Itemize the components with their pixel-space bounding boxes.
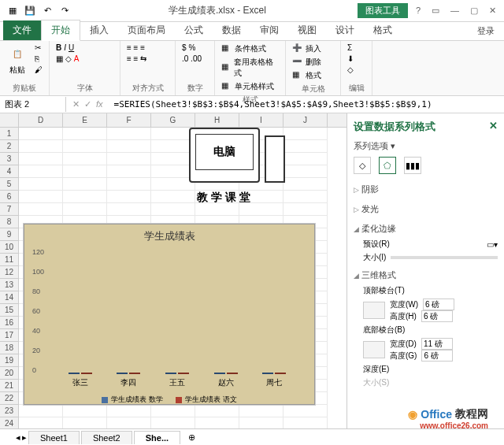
table-format-button[interactable]: ▦套用表格格式 [220,56,280,80]
redo-icon[interactable]: ↷ [57,3,72,19]
embedded-chart[interactable]: 学生成绩表 020406080100120 张三李四王五赵六周七 学生成绩表 数… [24,224,315,405]
cell[interactable] [19,140,63,153]
chart-bar[interactable] [117,373,128,374]
bottom-bevel-swatch[interactable] [363,341,385,358]
currency-icon[interactable]: $ % [180,43,203,53]
sheet-tab-3[interactable]: She... [134,431,180,444]
chart-bar[interactable] [69,373,80,374]
indent-icons[interactable]: ≡ ≡ ⇆ [125,54,148,64]
cell[interactable] [19,165,63,178]
copy-icon[interactable]: ⎘ [33,54,44,64]
width-d-input[interactable] [421,338,453,350]
top-bevel-swatch[interactable] [363,302,385,319]
cut-icon[interactable]: ✂ [33,43,44,53]
section-soft-edges[interactable]: 柔化边缘 [354,221,498,236]
row-header[interactable]: 5 [0,178,19,191]
row-header[interactable]: 1 [0,128,19,140]
ribbon-options-icon[interactable]: ▭ [432,6,439,16]
tab-format[interactable]: 格式 [364,20,402,40]
cell[interactable] [195,417,239,428]
cell[interactable] [19,417,63,428]
chart-bar[interactable] [129,373,140,374]
cell[interactable] [284,417,328,428]
chart-title[interactable]: 学生成绩表 [24,224,314,248]
close-icon[interactable]: ✕ [489,6,496,16]
chart-bar[interactable] [227,373,238,374]
name-box[interactable]: 图表 2 [0,97,66,112]
preset-dropdown[interactable]: ▭▾ [487,240,498,249]
row-header[interactable]: 9 [0,228,19,241]
sheet-tab-2[interactable]: Sheet2 [81,431,132,444]
tab-file[interactable]: 文件 [3,20,41,40]
cell[interactable] [151,417,195,428]
cell[interactable] [107,153,151,165]
cell[interactable] [19,178,63,191]
chart-bar[interactable] [214,373,225,374]
fx-icon[interactable]: fx [96,99,103,109]
cell[interactable] [107,178,151,191]
decimal-icons[interactable]: .0 .00 [180,54,203,64]
row-header[interactable]: 6 [0,191,19,203]
cell[interactable] [63,178,107,191]
insert-cells-button[interactable]: ➕插入 [291,43,323,55]
row-header[interactable]: 19 [0,354,19,367]
series-options-icon[interactable]: ▮▮▮ [404,157,421,174]
fill-icon[interactable]: ⬇ [346,54,355,64]
height-g-input[interactable] [421,350,453,362]
cell[interactable] [19,203,63,216]
conditional-format-button[interactable]: ▦条件格式 [220,43,280,55]
row-header[interactable]: 24 [0,417,19,428]
row-header[interactable]: 11 [0,254,19,266]
sheet-tab-1[interactable]: Sheet1 [28,431,80,444]
row-header[interactable]: 3 [0,153,19,165]
row-header[interactable]: 12 [0,266,19,279]
paste-button[interactable]: 📋 粘贴 [5,43,30,77]
cell-style-button[interactable]: ▦单元格样式 [220,80,280,93]
col-header[interactable]: D [19,113,63,127]
tab-insert[interactable]: 插入 [80,20,118,40]
row-header[interactable]: 2 [0,140,19,153]
cell[interactable] [63,128,107,140]
chart-bar[interactable] [275,373,286,374]
col-header[interactable]: H [195,113,239,127]
row-header[interactable]: 17 [0,329,19,342]
chart-plot-area[interactable]: 020406080100120 [56,248,298,374]
tab-formulas[interactable]: 公式 [175,20,213,40]
col-header[interactable]: F [107,113,151,127]
chart-bar[interactable] [262,373,273,374]
tab-home[interactable]: 开始 [41,20,80,41]
select-all-corner[interactable] [0,113,19,127]
tab-review[interactable]: 审阅 [250,20,288,40]
border-icon[interactable]: ▦ ◇ A [54,54,80,64]
row-header[interactable]: 10 [0,241,19,254]
cell[interactable] [107,128,151,140]
worksheet-grid[interactable]: DEFGHIJ 12345678910111213141516171819202… [0,113,346,428]
chart-legend[interactable]: 学生成绩表 数学学生成绩表 语文 [24,395,314,405]
row-header[interactable]: 15 [0,304,19,317]
row-header[interactable]: 4 [0,165,19,178]
row-header[interactable]: 13 [0,279,19,291]
cell[interactable] [107,203,151,216]
formula-input[interactable]: =SERIES(Sheet3!$B$3:$B$4,Sheet3!$A$5:$A$… [109,98,504,111]
cell[interactable] [239,405,284,417]
cell[interactable] [151,405,195,417]
format-cells-button[interactable]: ▦格式 [291,69,323,82]
login-link[interactable]: 登录 [468,22,504,40]
undo-icon[interactable]: ↶ [39,3,55,19]
cell[interactable] [63,165,107,178]
fill-line-icon[interactable]: ◇ [354,157,371,174]
row-header[interactable]: 22 [0,392,19,405]
cell[interactable] [195,405,239,417]
format-painter-icon[interactable]: 🖌 [33,65,44,75]
row-header[interactable]: 7 [0,203,19,216]
cell[interactable] [63,191,107,203]
cell[interactable] [19,191,63,203]
row-header[interactable]: 8 [0,216,19,228]
delete-cells-button[interactable]: ➖删除 [291,56,323,69]
cell[interactable] [63,140,107,153]
new-sheet-icon[interactable]: ⊕ [182,432,202,443]
cell[interactable] [63,417,107,428]
chart-bar[interactable] [165,373,176,374]
col-header[interactable]: G [151,113,195,127]
cell[interactable] [19,405,63,417]
